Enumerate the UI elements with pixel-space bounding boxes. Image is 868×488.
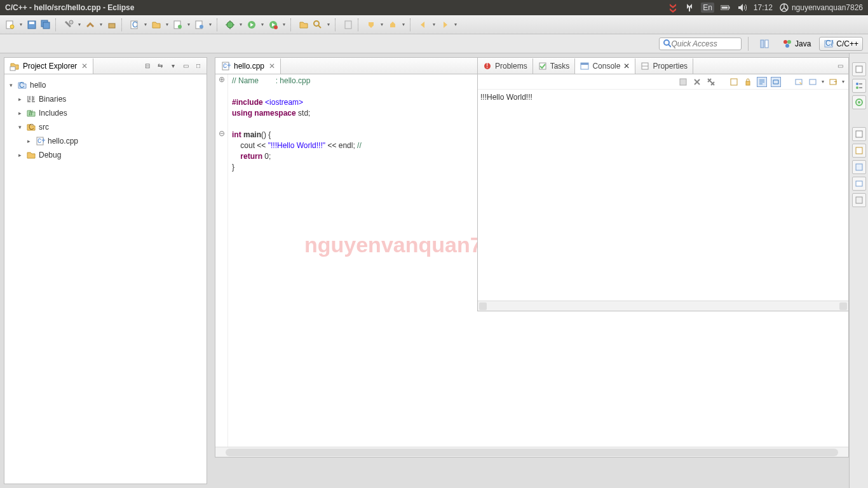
horizontal-scrollbar[interactable] [215, 447, 848, 457]
tree-debug[interactable]: ▸Debug [7, 148, 204, 162]
pin-console-button[interactable] [771, 77, 781, 87]
tab-tasks[interactable]: Tasks [533, 58, 576, 74]
svg-rect-67 [856, 181, 862, 186]
java-icon [782, 39, 792, 49]
keyboard-indicator[interactable]: En [701, 3, 714, 13]
tab-properties[interactable]: Properties [635, 58, 693, 74]
svg-point-24 [664, 40, 669, 45]
new-header-button[interactable] [193, 18, 206, 31]
clock[interactable]: 17:12 [754, 3, 773, 12]
minimize-button[interactable]: ▭ [181, 62, 190, 71]
console-icon [580, 62, 589, 71]
perspective-java[interactable]: Java [778, 37, 815, 51]
view-menu-button[interactable]: ▾ [168, 62, 177, 71]
main-area: Project Explorer ✕ ⊟ ⇆ ▾ ▭ □ ▾Chello ▸01… [0, 53, 868, 488]
session-menu[interactable]: nguyenvanquan7826 [779, 3, 863, 13]
svg-point-18 [227, 22, 233, 28]
svg-rect-66 [856, 164, 862, 170]
svg-text:#: # [29, 109, 33, 118]
project-icon: C [17, 80, 27, 90]
console-scrollbar[interactable] [478, 301, 848, 311]
forward-button[interactable] [438, 18, 451, 31]
svg-point-59 [856, 86, 858, 89]
outline-icon[interactable] [852, 79, 866, 93]
close-icon[interactable]: ✕ [623, 62, 630, 71]
svg-point-22 [314, 21, 319, 26]
volume-icon[interactable] [737, 3, 747, 13]
tab-problems[interactable]: ! Problems [478, 58, 533, 74]
terminate-button[interactable] [678, 77, 688, 87]
toggle-mark-button[interactable] [342, 18, 355, 31]
new-dropdown[interactable]: ▾ [18, 22, 24, 27]
save-all-button[interactable] [39, 18, 52, 31]
svg-text:+: + [834, 78, 837, 86]
open-type-button[interactable] [297, 18, 310, 31]
new-button[interactable] [4, 18, 17, 31]
src-folder-icon: C [26, 122, 36, 132]
word-wrap-button[interactable] [757, 77, 767, 87]
tree-includes[interactable]: ▸#Includes [7, 106, 204, 120]
editor-tab-hello[interactable]: c+ hello.cpp ✕ [215, 58, 281, 74]
project-explorer-tab[interactable]: Project Explorer ✕ [4, 58, 93, 74]
minimize-button[interactable]: ▭ [836, 62, 844, 71]
close-icon[interactable]: ✕ [269, 62, 275, 71]
svg-text:C/C: C/C [825, 39, 834, 48]
svg-rect-1 [729, 6, 730, 8]
templates-icon[interactable] [852, 193, 866, 207]
clear-console-button[interactable] [729, 77, 739, 87]
tree-binaries[interactable]: ▸01Binaries [7, 92, 204, 106]
os-top-bar: C/C++ - hello/src/hello.cpp - Eclipse En… [0, 0, 868, 15]
run-last-button[interactable] [267, 18, 280, 31]
remove-launch-button[interactable] [692, 77, 702, 87]
scroll-lock-button[interactable] [743, 77, 753, 87]
debug-button[interactable] [224, 18, 236, 31]
make-target-icon[interactable] [852, 95, 866, 109]
link-editor-button[interactable]: ⇆ [156, 62, 165, 71]
perspective-ccpp[interactable]: C/C C/C++ [819, 37, 863, 51]
tab-console[interactable]: Console ✕ [575, 58, 635, 74]
ccpp-icon: C/C [824, 39, 834, 49]
remove-all-button[interactable] [706, 77, 716, 87]
next-annotation-button[interactable] [365, 18, 377, 31]
restore-icon[interactable] [852, 62, 866, 76]
svg-point-29 [785, 44, 789, 48]
search-button[interactable] [311, 18, 324, 31]
tree-src[interactable]: ▾Csrc [7, 120, 204, 134]
new-folder-button[interactable] [150, 18, 163, 31]
svg-rect-65 [856, 147, 862, 154]
build-targets-icon[interactable] [852, 160, 866, 174]
collapse-all-button[interactable]: ⊟ [143, 62, 152, 71]
quick-access-input[interactable] [659, 37, 742, 50]
display-selected-button[interactable] [794, 77, 804, 87]
new-c-class-button[interactable]: C [128, 18, 141, 31]
svg-rect-52 [746, 81, 750, 85]
console-output[interactable]: !!!Hello World!!! [478, 90, 848, 301]
network-icon[interactable] [684, 3, 695, 13]
app-indicator-icon[interactable] [668, 3, 678, 13]
back-button[interactable] [417, 18, 430, 31]
run-button[interactable] [245, 18, 258, 31]
open-perspective-button[interactable] [755, 37, 774, 51]
restore-icon[interactable] [852, 127, 866, 141]
history-icon[interactable] [852, 177, 866, 191]
svg-point-21 [274, 25, 278, 29]
svg-rect-68 [856, 197, 862, 203]
build-all-button[interactable] [84, 18, 97, 31]
tree-file-hello[interactable]: ▸c+hello.cpp [7, 134, 204, 148]
tree-project[interactable]: ▾Chello [7, 78, 204, 92]
build-button[interactable] [62, 18, 75, 31]
svg-text:01: 01 [28, 94, 36, 103]
new-console-button[interactable]: + [828, 77, 838, 87]
build-project-button[interactable] [105, 18, 118, 31]
save-button[interactable] [25, 18, 38, 31]
prev-annotation-button[interactable] [386, 18, 399, 31]
console-toolbar: ▾ +▾ [478, 74, 848, 90]
build-dropdown[interactable]: ▾ [76, 22, 83, 27]
new-source-button[interactable] [172, 18, 184, 31]
battery-icon[interactable] [721, 3, 731, 13]
bottom-panel: ! Problems Tasks Console ✕ Properties [477, 57, 849, 311]
open-console-button[interactable] [808, 77, 818, 87]
maximize-button[interactable]: □ [194, 62, 203, 71]
task-list-icon[interactable] [852, 144, 866, 158]
close-icon[interactable]: ✕ [81, 62, 88, 71]
